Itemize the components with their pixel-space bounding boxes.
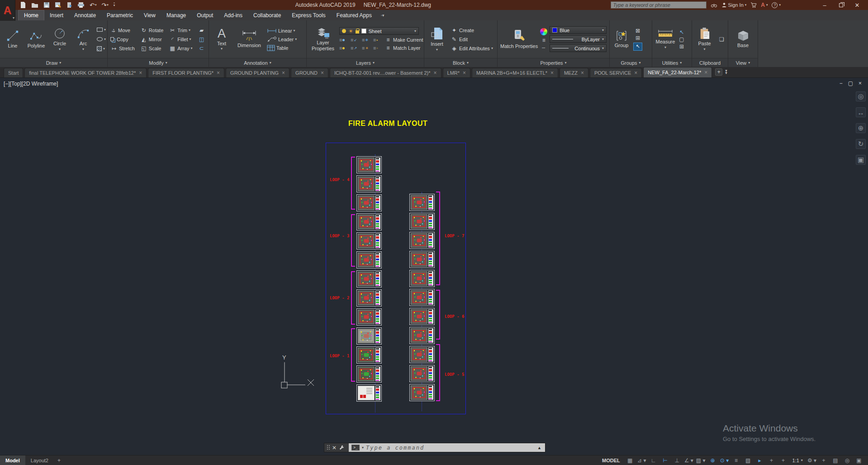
floor-plan-cell[interactable]: [409, 289, 435, 306]
command-line-grip[interactable]: ✕: [324, 443, 349, 452]
isolate-objects-icon[interactable]: ◎: [842, 456, 853, 465]
layer-on-all-icon[interactable]: ≡↗: [351, 45, 360, 51]
ribbon-tab-manage[interactable]: Manage: [161, 10, 191, 20]
lineweight-dropdown[interactable]: ByLayer ▾: [550, 35, 607, 43]
layer-unlock-all-icon[interactable]: ≡▫: [373, 45, 383, 51]
pan-icon[interactable]: ↔: [856, 107, 866, 117]
layer-properties-button[interactable]: Layer Properties: [309, 22, 337, 57]
array-button[interactable]: ▦Array▾: [169, 45, 192, 52]
ribbon-tab-home[interactable]: Home: [18, 10, 44, 20]
fillet-button[interactable]: ◜Fillet▾: [169, 36, 192, 43]
floor-plan-cell[interactable]: [409, 308, 435, 325]
floor-plan-cell[interactable]: [409, 194, 435, 211]
floor-plan-cell[interactable]: [409, 232, 435, 249]
zoom-icon[interactable]: ⊕: [856, 123, 866, 133]
annotation-monitor-icon[interactable]: +: [818, 456, 829, 465]
floor-plan-cell[interactable]: [409, 213, 435, 230]
ribbon-tab-express-tools[interactable]: Express Tools: [286, 10, 331, 20]
layer-thaw-all-icon[interactable]: ≡☀: [362, 45, 372, 51]
lineweight-icon[interactable]: ≡: [731, 456, 742, 465]
full-navigation-wheel-icon[interactable]: ◎: [856, 91, 866, 101]
tab-overflow-menu-button[interactable]: ▾▾: [725, 70, 727, 75]
annotation-visibility-icon[interactable]: +: [766, 456, 777, 465]
match-layer-button[interactable]: ≡Match Layer: [384, 45, 421, 51]
floor-plan-cell[interactable]: [356, 289, 382, 307]
command-input-zone[interactable]: >_ ▾ ▲: [349, 443, 545, 452]
dropdown-caret-icon[interactable]: ▾: [362, 446, 364, 450]
plot-button[interactable]: [66, 1, 73, 9]
floor-plan-cell[interactable]: [356, 194, 382, 211]
ribbon-tab-insert[interactable]: Insert: [44, 10, 69, 20]
clean-screen-icon[interactable]: ▣: [854, 456, 864, 465]
match-properties-button[interactable]: Match Properties: [500, 22, 538, 57]
viewport-close-button[interactable]: ×: [859, 80, 862, 86]
annotation-scale-button[interactable]: 1:1▾: [790, 458, 806, 463]
floor-plan-cell[interactable]: [356, 308, 382, 326]
new-file-button[interactable]: [19, 1, 27, 9]
floor-plan-cell[interactable]: [356, 213, 382, 230]
command-line-bar[interactable]: ✕ >_ ▾ ▲: [324, 443, 545, 452]
annotation-panel-label[interactable]: Annotation▾: [209, 58, 306, 67]
sign-in-button[interactable]: Sign In ▾: [721, 2, 747, 8]
object-snap-tracking-icon[interactable]: ⊕: [707, 456, 718, 465]
file-tab-first-floor-planting[interactable]: FIRST FLOOR PLANTING*×: [148, 68, 224, 77]
arc-button[interactable]: Arc ▾: [73, 22, 93, 57]
save-as-button[interactable]: [54, 1, 62, 9]
trim-button[interactable]: ✂Trim▾: [169, 27, 192, 34]
ribbon-tab-view[interactable]: View: [138, 10, 161, 20]
polyline-button[interactable]: Polyline: [26, 22, 46, 57]
ribbon-tab-collaborate[interactable]: Collaborate: [248, 10, 286, 20]
drag-grip-icon[interactable]: [327, 445, 330, 451]
file-tab-ichq-bt-02-001-rev-ower-basement-2[interactable]: ICHQ-BT-02-001 rev....ower - Basement 2)…: [330, 68, 441, 77]
layout2-tab[interactable]: Layout2: [25, 455, 54, 465]
layer-freeze-icon[interactable]: ≡❄: [362, 37, 372, 43]
save-button[interactable]: [43, 1, 51, 9]
snap-mode-icon[interactable]: ⊿ ▾: [636, 456, 647, 465]
edit-block-button[interactable]: ✎Edit: [451, 36, 493, 43]
block-panel-label[interactable]: Block▾: [424, 58, 497, 67]
object-snap-icon[interactable]: ⊙ ▾: [719, 456, 730, 465]
draw-panel-label[interactable]: Draw▾: [0, 58, 107, 67]
groups-panel-label[interactable]: Groups▾: [610, 58, 652, 67]
line-button[interactable]: Line: [3, 22, 23, 57]
floor-plan-cell[interactable]: [356, 346, 382, 364]
file-tab-lmr[interactable]: LMR*×: [443, 68, 471, 77]
undo-button[interactable]: ↶▾: [89, 1, 97, 9]
copy-clip-icon[interactable]: ❏: [718, 37, 726, 42]
open-file-button[interactable]: [30, 1, 39, 9]
autodesk-360-button[interactable]: A▾: [761, 2, 768, 8]
file-tab-new-fa-22-march-12[interactable]: NEW_FA_22-March-12*×: [643, 67, 712, 77]
lineweight-settings-icon[interactable]: ≡: [540, 38, 547, 43]
grid-display-icon[interactable]: ▦: [625, 456, 636, 465]
close-tab-icon[interactable]: ×: [434, 70, 437, 76]
viewport-restore-button[interactable]: ▢: [848, 80, 853, 86]
file-tab-mezz[interactable]: MEZZ×: [560, 68, 588, 77]
quick-properties-icon[interactable]: ▤: [830, 456, 841, 465]
ribbon-display-toggle-icon[interactable]: ◦▾: [377, 10, 388, 20]
infer-constraints-icon[interactable]: ∟: [648, 456, 659, 465]
new-drawing-tab-button[interactable]: +: [715, 68, 722, 76]
ungroup-icon[interactable]: ⊠: [634, 28, 641, 34]
dimension-button[interactable]: Dimension: [235, 22, 263, 57]
dropdown-caret-icon[interactable]: ▾: [107, 3, 109, 7]
make-current-button[interactable]: ≡Make Current: [384, 37, 423, 43]
rotate-button[interactable]: ↻Rotate: [140, 27, 163, 34]
edit-attributes-button[interactable]: ◈Edit Attributes▾: [451, 45, 493, 52]
help-search-input[interactable]: [611, 1, 707, 9]
dropdown-caret-icon[interactable]: ▾: [95, 3, 97, 7]
floor-plan-cell[interactable]: [409, 346, 435, 363]
erase-button[interactable]: ▰: [198, 27, 205, 34]
create-block-button[interactable]: ✦Create: [451, 27, 493, 34]
customize-quick-access-button[interactable]: ▾: [113, 1, 116, 9]
base-button[interactable]: Base: [733, 22, 753, 57]
close-tab-icon[interactable]: ×: [634, 70, 637, 76]
utilities-panel-label[interactable]: Utilities▾: [652, 58, 692, 67]
layer-lock-icon[interactable]: ≡▪: [373, 37, 383, 43]
layer-selector-dropdown[interactable]: ☀ Sheet ▾: [339, 27, 419, 35]
scale-button[interactable]: ◱Scale: [140, 45, 163, 52]
command-input[interactable]: [366, 445, 535, 451]
close-tab-icon[interactable]: ×: [217, 70, 220, 76]
orbit-icon[interactable]: ↻: [856, 139, 866, 149]
viewport-controls-label[interactable]: [−][Top][2D Wireframe]: [4, 81, 58, 87]
floor-plan-cell[interactable]: [356, 270, 382, 288]
